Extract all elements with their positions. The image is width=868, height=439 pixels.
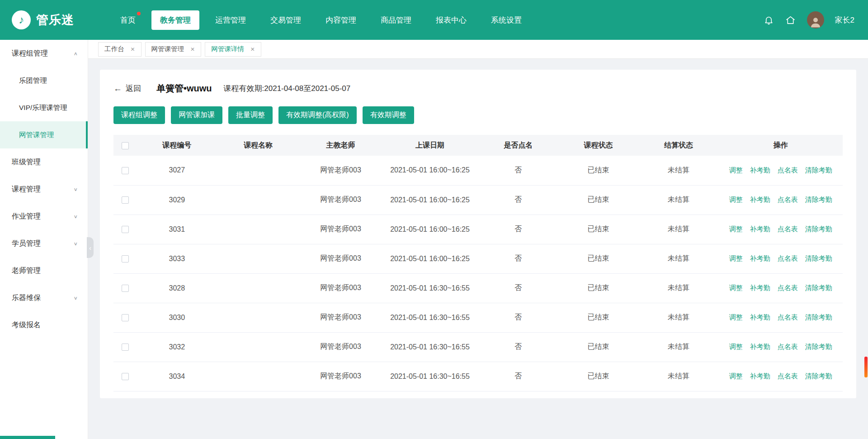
row-checkbox[interactable] <box>122 314 129 321</box>
settlement-cell: 未结算 <box>638 185 718 215</box>
close-icon[interactable]: ✕ <box>250 46 255 52</box>
tab-item[interactable]: 网管课详情✕ <box>205 42 261 57</box>
action-link[interactable]: 补考勤 <box>750 343 770 350</box>
sidebar-item[interactable]: VIP/乐理课管理 <box>0 94 88 121</box>
action-link[interactable]: 点名表 <box>778 313 798 321</box>
row-checkbox-cell <box>113 156 137 185</box>
bell-icon[interactable] <box>764 14 774 25</box>
action-link[interactable]: 调整 <box>729 225 743 233</box>
teacher-cell: 网管老师003 <box>299 362 382 391</box>
action-link[interactable]: 清除考勤 <box>805 372 832 380</box>
action-link[interactable]: 调整 <box>729 254 743 262</box>
action-link[interactable]: 补考勤 <box>750 166 770 174</box>
content-area: ← 返回 单簧管•wuwu 课程有效期:2021-04-08至2021-05-0… <box>88 59 868 439</box>
tab-item[interactable]: 网管课管理✕ <box>145 42 202 57</box>
close-icon[interactable]: ✕ <box>131 46 135 52</box>
sidebar-item[interactable]: 学员管理∨ <box>0 230 88 257</box>
action-link[interactable]: 点名表 <box>778 284 798 291</box>
top-nav-item[interactable]: 首页 <box>112 10 144 30</box>
sidebar-item[interactable]: 课程管理∨ <box>0 176 88 203</box>
action-button[interactable]: 有效期调整(高权限) <box>278 106 357 124</box>
action-link[interactable]: 点名表 <box>778 196 798 203</box>
sidebar-item[interactable]: 班级管理 <box>0 148 88 176</box>
sidebar-item-label: 乐器维保 <box>12 293 41 303</box>
class-date-cell: 2021-05-01 16:30~16:55 <box>382 273 478 303</box>
row-checkbox[interactable] <box>122 167 129 174</box>
row-checkbox[interactable] <box>122 373 129 380</box>
action-link[interactable]: 调整 <box>729 196 743 203</box>
select-all-checkbox[interactable] <box>122 142 129 149</box>
row-checkbox[interactable] <box>122 196 129 204</box>
action-link[interactable]: 补考勤 <box>750 372 770 380</box>
back-button[interactable]: ← 返回 <box>113 83 141 94</box>
home-icon[interactable] <box>785 14 796 25</box>
sidebar-collapse-icon[interactable]: ‹ <box>87 237 94 258</box>
sidebar-item[interactable]: 乐团管理 <box>0 67 88 94</box>
detail-card: ← 返回 单簧管•wuwu 课程有效期:2021-04-08至2021-05-0… <box>100 70 856 398</box>
action-link[interactable]: 调整 <box>729 284 743 291</box>
action-link[interactable]: 补考勤 <box>750 313 770 321</box>
action-link[interactable]: 调整 <box>729 166 743 174</box>
action-link[interactable]: 点名表 <box>778 372 798 380</box>
username[interactable]: 家长2 <box>835 15 854 25</box>
sidebar-item[interactable]: 课程组管理∧ <box>0 40 88 67</box>
avatar[interactable] <box>807 11 824 29</box>
action-link[interactable]: 清除考勤 <box>805 284 832 291</box>
sidebar-item[interactable]: 作业管理∨ <box>0 203 88 230</box>
row-checkbox[interactable] <box>122 344 129 351</box>
layout: 课程组管理∧乐团管理VIP/乐理课管理网管课管理班级管理课程管理∨作业管理∨学员… <box>0 40 868 439</box>
rollcall-cell: 否 <box>478 303 558 332</box>
top-nav-item[interactable]: 交易管理 <box>262 10 310 30</box>
row-actions-cell: 调整补考勤点名表清除考勤 <box>719 273 843 303</box>
action-link[interactable]: 补考勤 <box>750 196 770 203</box>
teacher-cell: 网管老师003 <box>299 215 382 244</box>
action-link[interactable]: 调整 <box>729 313 743 321</box>
tab-item[interactable]: 工作台✕ <box>98 42 142 57</box>
sidebar-item[interactable]: 网管课管理 <box>0 121 88 148</box>
top-nav-item[interactable]: 运营管理 <box>207 10 255 30</box>
page-scrollbar-thumb[interactable] <box>864 357 868 377</box>
action-link[interactable]: 调整 <box>729 343 743 350</box>
action-button[interactable]: 网管课加课 <box>171 106 222 124</box>
action-link[interactable]: 点名表 <box>778 166 798 174</box>
action-button[interactable]: 课程组调整 <box>113 106 165 124</box>
action-link[interactable]: 清除考勤 <box>805 343 832 350</box>
sidebar-item[interactable]: 乐器维保∨ <box>0 284 88 311</box>
course-id-cell: 3029 <box>137 185 217 215</box>
action-link[interactable]: 补考勤 <box>750 284 770 291</box>
settlement-cell: 未结算 <box>638 156 718 185</box>
sidebar-footer-strip <box>0 436 55 439</box>
top-nav-item[interactable]: 内容管理 <box>317 10 365 30</box>
page-title: 单簧管•wuwu <box>156 82 212 95</box>
chevron-down-icon: ∨ <box>73 186 78 192</box>
course-id-cell: 3028 <box>137 273 217 303</box>
row-checkbox[interactable] <box>122 255 129 262</box>
action-button[interactable]: 有效期调整 <box>363 106 414 124</box>
sidebar-item[interactable]: 老师管理 <box>0 257 88 284</box>
col-header-date: 上课日期 <box>382 135 478 156</box>
action-link[interactable]: 清除考勤 <box>805 254 832 262</box>
top-nav-item[interactable]: 教务管理 <box>151 10 199 30</box>
topbar-right: 家长2 <box>764 11 868 29</box>
sidebar-item[interactable]: 考级报名 <box>0 311 88 339</box>
row-checkbox[interactable] <box>122 285 129 292</box>
action-link[interactable]: 清除考勤 <box>805 225 832 233</box>
action-link[interactable]: 点名表 <box>778 225 798 233</box>
action-link[interactable]: 清除考勤 <box>805 196 832 203</box>
course-name-cell <box>217 273 299 303</box>
top-nav-item[interactable]: 系统设置 <box>482 10 530 30</box>
action-link[interactable]: 补考勤 <box>750 225 770 233</box>
course-table: 课程编号 课程名称 主教老师 上课日期 是否点名 课程状态 结算状态 操作 30… <box>113 135 843 391</box>
top-nav-item[interactable]: 商品管理 <box>372 10 420 30</box>
row-checkbox[interactable] <box>122 226 129 233</box>
action-button[interactable]: 批量调整 <box>228 106 273 124</box>
top-nav-item[interactable]: 报表中心 <box>427 10 475 30</box>
action-link[interactable]: 点名表 <box>778 343 798 350</box>
close-icon[interactable]: ✕ <box>190 46 195 52</box>
action-link[interactable]: 补考勤 <box>750 254 770 262</box>
action-link[interactable]: 清除考勤 <box>805 166 832 174</box>
action-link[interactable]: 清除考勤 <box>805 313 832 321</box>
action-link[interactable]: 调整 <box>729 372 743 380</box>
sidebar-item-label: 班级管理 <box>12 157 41 167</box>
action-link[interactable]: 点名表 <box>778 254 798 262</box>
